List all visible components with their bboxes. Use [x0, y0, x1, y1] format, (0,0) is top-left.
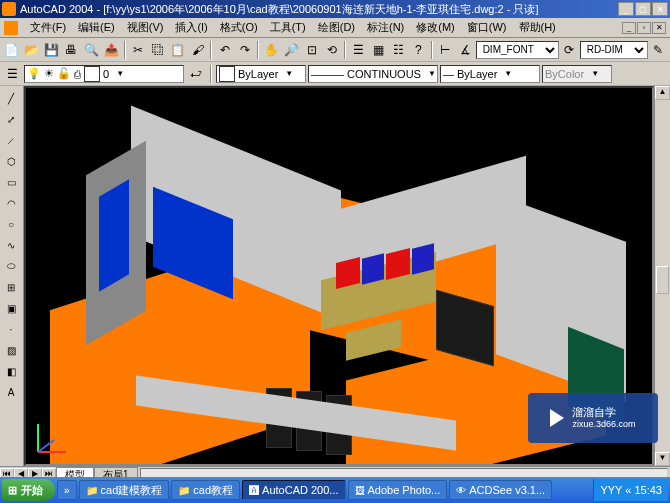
zoom-window-icon[interactable]: ⊡	[302, 40, 321, 60]
watermark-overlay: 溜溜自学 zixue.3d66.com	[528, 393, 658, 443]
system-tray[interactable]: YYY « 15:43	[593, 479, 668, 501]
dim-update-icon[interactable]: ⟳	[560, 40, 579, 60]
redo-icon[interactable]: ↷	[235, 40, 254, 60]
lineweight-name: ByLayer	[457, 68, 497, 80]
window-title: AutoCAD 2004 - [f:\yy\ys1\2006年\2006年10月…	[20, 2, 618, 17]
dim-angular-icon[interactable]: ∡	[456, 40, 475, 60]
preview-icon[interactable]: 🔍	[82, 40, 101, 60]
match-icon[interactable]: 🖌	[188, 40, 207, 60]
insert-icon[interactable]: ⊞	[1, 277, 21, 297]
sun-icon: ☀	[44, 67, 54, 80]
doc-restore-button[interactable]: ▫	[637, 22, 651, 34]
line-icon[interactable]: ╱	[1, 88, 21, 108]
hatch-icon[interactable]: ▨	[1, 340, 21, 360]
taskbar-item-1[interactable]: 📁cad教程	[171, 480, 240, 500]
circle-icon[interactable]: ○	[1, 214, 21, 234]
lightbulb-icon: 💡	[27, 67, 41, 80]
menu-tools[interactable]: 工具(T)	[264, 18, 312, 37]
menu-format[interactable]: 格式(O)	[214, 18, 264, 37]
xline-icon[interactable]: ⤢	[1, 109, 21, 129]
start-button[interactable]: ⊞ 开始	[2, 479, 55, 501]
tray-text: YYY « 15:43	[600, 484, 662, 496]
ucs-icon	[32, 418, 72, 458]
block-icon[interactable]: ▣	[1, 298, 21, 318]
paste-icon[interactable]: 📋	[169, 40, 188, 60]
ellipse-icon[interactable]: ⬭	[1, 256, 21, 276]
plotstyle-name: ByColor	[545, 68, 584, 80]
standard-toolbar: 📄 📂 💾 🖶 🔍 📤 ✂ ⿻ 📋 🖌 ↶ ↷ ✋ 🔎 ⊡ ⟲ ☰ ▦ ☷ ? …	[0, 38, 670, 62]
spline-icon[interactable]: ∿	[1, 235, 21, 255]
watermark-title: 溜溜自学	[572, 406, 635, 419]
linetype-dropdown[interactable]: ——— CONTINUOUS ▼	[308, 65, 438, 83]
cut-icon[interactable]: ✂	[129, 40, 148, 60]
minimize-button[interactable]: _	[618, 2, 634, 16]
save-icon[interactable]: 💾	[42, 40, 61, 60]
menu-modify[interactable]: 修改(M)	[410, 18, 461, 37]
window-titlebar: AutoCAD 2004 - [f:\yy\ys1\2006年\2006年10月…	[0, 0, 670, 18]
doc-icon	[4, 21, 18, 35]
taskbar-item-3[interactable]: 🖼Adobe Photo...	[348, 480, 448, 500]
lineweight-dropdown[interactable]: — ByLayer ▼	[440, 65, 540, 83]
linetype-name: CONTINUOUS	[347, 68, 421, 80]
scroll-down-button[interactable]: ▼	[655, 452, 670, 466]
menu-file[interactable]: 文件(F)	[24, 18, 72, 37]
menu-insert[interactable]: 插入(I)	[169, 18, 213, 37]
windows-logo-icon: ⊞	[8, 484, 17, 497]
properties-toolbar: ☰ 💡 ☀ 🔓 ⎙ 0 ▼ ⮐ ByLayer ▼ ——— CONTINUOUS…	[0, 62, 670, 86]
draw-toolbar: ╱ ⤢ ⟋ ⬡ ▭ ◠ ○ ∿ ⬭ ⊞ ▣ · ▨ ◧ A	[0, 86, 24, 466]
menu-dimension[interactable]: 标注(N)	[361, 18, 410, 37]
color-name: ByLayer	[238, 68, 278, 80]
zoom-realtime-icon[interactable]: 🔎	[282, 40, 301, 60]
watermark-url: zixue.3d66.com	[572, 419, 635, 430]
doc-close-button[interactable]: ✕	[652, 22, 666, 34]
point-icon[interactable]: ·	[1, 319, 21, 339]
layer-dropdown[interactable]: 💡 ☀ 🔓 ⎙ 0 ▼	[24, 65, 184, 83]
color-dropdown[interactable]: ByLayer ▼	[216, 65, 306, 83]
dim-linear-icon[interactable]: ⊢	[436, 40, 455, 60]
pan-icon[interactable]: ✋	[262, 40, 281, 60]
dim-edit-icon[interactable]: ✎	[649, 40, 668, 60]
open-icon[interactable]: 📂	[22, 40, 41, 60]
taskbar-item-0[interactable]: 📁cad建模教程	[79, 480, 170, 500]
designcenter-icon[interactable]: ▦	[369, 40, 388, 60]
dimstyle2-select[interactable]: RD-DIM	[580, 41, 648, 59]
region-icon[interactable]: ◧	[1, 361, 21, 381]
text-icon[interactable]: A	[1, 382, 21, 402]
menu-window[interactable]: 窗口(W)	[461, 18, 513, 37]
undo-icon[interactable]: ↶	[215, 40, 234, 60]
scroll-thumb[interactable]	[656, 266, 669, 294]
layer-prev-icon[interactable]: ⮐	[186, 64, 206, 84]
publish-icon[interactable]: 📤	[102, 40, 121, 60]
quick-launch-icon[interactable]: »	[57, 480, 77, 500]
arc-icon[interactable]: ◠	[1, 193, 21, 213]
doc-minimize-button[interactable]: _	[622, 22, 636, 34]
rectangle-icon[interactable]: ▭	[1, 172, 21, 192]
print-icon[interactable]: 🖶	[62, 40, 81, 60]
taskbar-item-4[interactable]: 👁ACDSee v3.1...	[449, 480, 552, 500]
taskbar-item-2[interactable]: 🅰AutoCAD 200...	[242, 480, 345, 500]
polyline-icon[interactable]: ⟋	[1, 130, 21, 150]
properties-icon[interactable]: ☰	[349, 40, 368, 60]
menu-help[interactable]: 帮助(H)	[513, 18, 562, 37]
new-icon[interactable]: 📄	[2, 40, 21, 60]
layer-manager-icon[interactable]: ☰	[2, 64, 22, 84]
help-icon[interactable]: ?	[409, 40, 428, 60]
menu-draw[interactable]: 绘图(D)	[312, 18, 361, 37]
autocad-app-icon	[2, 2, 16, 16]
plotstyle-dropdown[interactable]: ByColor ▼	[542, 65, 612, 83]
windows-taskbar: ⊞ 开始 » 📁cad建模教程 📁cad教程 🅰AutoCAD 200... 🖼…	[0, 477, 670, 503]
menu-view[interactable]: 视图(V)	[121, 18, 170, 37]
zoom-prev-icon[interactable]: ⟲	[322, 40, 341, 60]
maximize-button[interactable]: ▢	[635, 2, 651, 16]
menu-edit[interactable]: 编辑(E)	[72, 18, 121, 37]
menubar: 文件(F) 编辑(E) 视图(V) 插入(I) 格式(O) 工具(T) 绘图(D…	[0, 18, 670, 38]
polygon-icon[interactable]: ⬡	[1, 151, 21, 171]
svg-line-2	[38, 440, 54, 452]
close-button[interactable]: ✕	[652, 2, 668, 16]
layer-name: 0	[103, 68, 109, 80]
copy-icon[interactable]: ⿻	[149, 40, 168, 60]
plot-icon: ⎙	[74, 68, 81, 80]
toolpalette-icon[interactable]: ☷	[389, 40, 408, 60]
dimstyle-select[interactable]: DIM_FONT	[476, 41, 559, 59]
scroll-up-button[interactable]: ▲	[655, 86, 670, 100]
